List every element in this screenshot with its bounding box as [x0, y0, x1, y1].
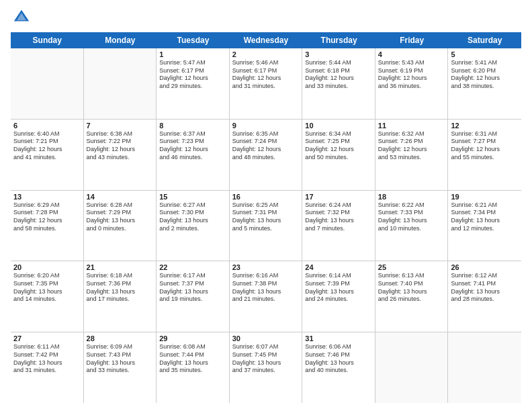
day-info: Sunrise: 6:16 AM Sunset: 7:38 PM Dayligh… [232, 272, 300, 304]
day-number: 22 [159, 263, 226, 271]
day-number: 4 [378, 50, 445, 58]
day-info: Sunrise: 5:46 AM Sunset: 6:17 PM Dayligh… [232, 59, 300, 91]
weekday-header: Saturday [448, 32, 521, 48]
day-info: Sunrise: 6:29 AM Sunset: 7:28 PM Dayligh… [13, 201, 81, 233]
calendar-cell [11, 48, 84, 119]
calendar-cell: 26Sunrise: 6:12 AM Sunset: 7:41 PM Dayli… [448, 261, 521, 332]
day-info: Sunrise: 5:43 AM Sunset: 6:19 PM Dayligh… [378, 59, 445, 91]
weekday-header: Wednesday [230, 32, 303, 48]
weekday-header: Monday [84, 32, 157, 48]
calendar-cell: 25Sunrise: 6:13 AM Sunset: 7:40 PM Dayli… [375, 261, 449, 332]
day-number: 30 [232, 334, 300, 342]
day-number: 24 [305, 263, 372, 271]
calendar-cell: 17Sunrise: 6:24 AM Sunset: 7:32 PM Dayli… [302, 191, 375, 261]
day-number: 14 [87, 193, 154, 201]
calendar-cell [84, 48, 157, 119]
day-info: Sunrise: 6:11 AM Sunset: 7:42 PM Dayligh… [13, 343, 81, 375]
calendar-row: 27Sunrise: 6:11 AM Sunset: 7:42 PM Dayli… [11, 332, 521, 403]
day-number: 19 [451, 193, 519, 201]
day-number: 20 [13, 263, 81, 271]
day-number: 15 [159, 193, 226, 201]
day-info: Sunrise: 6:14 AM Sunset: 7:39 PM Dayligh… [305, 272, 372, 304]
calendar-row: 13Sunrise: 6:29 AM Sunset: 7:28 PM Dayli… [11, 191, 521, 262]
day-number: 29 [159, 334, 226, 342]
calendar-cell: 13Sunrise: 6:29 AM Sunset: 7:28 PM Dayli… [11, 191, 84, 261]
calendar-cell: 3Sunrise: 5:44 AM Sunset: 6:18 PM Daylig… [302, 48, 375, 119]
weekday-header: Tuesday [157, 32, 230, 48]
day-info: Sunrise: 6:24 AM Sunset: 7:32 PM Dayligh… [305, 201, 372, 233]
day-number: 9 [232, 122, 300, 130]
day-number: 3 [305, 50, 372, 58]
calendar-cell: 27Sunrise: 6:11 AM Sunset: 7:42 PM Dayli… [11, 332, 84, 403]
weekday-header: Sunday [11, 32, 84, 48]
calendar: SundayMondayTuesdayWednesdayThursdayFrid… [11, 32, 521, 403]
day-number: 28 [87, 334, 154, 342]
day-info: Sunrise: 6:25 AM Sunset: 7:31 PM Dayligh… [232, 201, 300, 233]
calendar-cell: 12Sunrise: 6:31 AM Sunset: 7:27 PM Dayli… [448, 120, 521, 190]
calendar-cell: 31Sunrise: 6:06 AM Sunset: 7:46 PM Dayli… [302, 332, 375, 403]
calendar-cell: 24Sunrise: 6:14 AM Sunset: 7:39 PM Dayli… [302, 261, 375, 332]
day-number: 26 [451, 263, 519, 271]
day-number: 25 [378, 263, 445, 271]
header [11, 8, 521, 27]
calendar-cell: 20Sunrise: 6:20 AM Sunset: 7:35 PM Dayli… [11, 261, 84, 332]
day-number: 11 [378, 122, 445, 130]
calendar-cell: 29Sunrise: 6:08 AM Sunset: 7:44 PM Dayli… [157, 332, 230, 403]
calendar-row: 6Sunrise: 6:40 AM Sunset: 7:21 PM Daylig… [11, 120, 521, 191]
day-number: 17 [305, 193, 372, 201]
calendar-cell: 4Sunrise: 5:43 AM Sunset: 6:19 PM Daylig… [375, 48, 449, 119]
day-info: Sunrise: 6:12 AM Sunset: 7:41 PM Dayligh… [451, 272, 519, 304]
calendar-cell: 6Sunrise: 6:40 AM Sunset: 7:21 PM Daylig… [11, 120, 84, 190]
day-info: Sunrise: 6:32 AM Sunset: 7:26 PM Dayligh… [378, 130, 445, 162]
calendar-cell: 22Sunrise: 6:17 AM Sunset: 7:37 PM Dayli… [157, 261, 230, 332]
day-info: Sunrise: 6:27 AM Sunset: 7:30 PM Dayligh… [159, 201, 226, 233]
calendar-row: 20Sunrise: 6:20 AM Sunset: 7:35 PM Dayli… [11, 261, 521, 332]
calendar-cell: 18Sunrise: 6:22 AM Sunset: 7:33 PM Dayli… [375, 191, 449, 261]
day-number: 6 [13, 122, 81, 130]
day-number: 16 [232, 193, 300, 201]
day-info: Sunrise: 6:28 AM Sunset: 7:29 PM Dayligh… [87, 201, 154, 233]
calendar-row: 1Sunrise: 5:47 AM Sunset: 6:17 PM Daylig… [11, 48, 521, 120]
day-number: 1 [159, 50, 226, 58]
calendar-cell: 5Sunrise: 5:41 AM Sunset: 6:20 PM Daylig… [448, 48, 521, 119]
logo-icon [12, 8, 31, 27]
calendar-cell: 16Sunrise: 6:25 AM Sunset: 7:31 PM Dayli… [230, 191, 303, 261]
calendar-cell: 8Sunrise: 6:37 AM Sunset: 7:23 PM Daylig… [157, 120, 230, 190]
day-info: Sunrise: 6:38 AM Sunset: 7:22 PM Dayligh… [87, 130, 154, 162]
day-info: Sunrise: 6:18 AM Sunset: 7:36 PM Dayligh… [87, 272, 154, 304]
day-info: Sunrise: 5:47 AM Sunset: 6:17 PM Dayligh… [159, 59, 226, 91]
calendar-cell: 28Sunrise: 6:09 AM Sunset: 7:43 PM Dayli… [84, 332, 157, 403]
day-info: Sunrise: 5:44 AM Sunset: 6:18 PM Dayligh… [305, 59, 372, 91]
day-number: 10 [305, 122, 372, 130]
day-info: Sunrise: 6:35 AM Sunset: 7:24 PM Dayligh… [232, 130, 300, 162]
day-number: 31 [305, 334, 372, 342]
day-info: Sunrise: 6:22 AM Sunset: 7:33 PM Dayligh… [378, 201, 445, 233]
weekday-header: Thursday [302, 32, 375, 48]
calendar-cell: 2Sunrise: 5:46 AM Sunset: 6:17 PM Daylig… [230, 48, 303, 119]
calendar-cell: 14Sunrise: 6:28 AM Sunset: 7:29 PM Dayli… [84, 191, 157, 261]
day-info: Sunrise: 6:20 AM Sunset: 7:35 PM Dayligh… [13, 272, 81, 304]
calendar-cell: 15Sunrise: 6:27 AM Sunset: 7:30 PM Dayli… [157, 191, 230, 261]
day-number: 5 [451, 50, 519, 58]
calendar-cell: 1Sunrise: 5:47 AM Sunset: 6:17 PM Daylig… [157, 48, 230, 119]
day-number: 2 [232, 50, 300, 58]
calendar-cell: 10Sunrise: 6:34 AM Sunset: 7:25 PM Dayli… [302, 120, 375, 190]
day-info: Sunrise: 6:21 AM Sunset: 7:34 PM Dayligh… [451, 201, 519, 233]
calendar-cell: 23Sunrise: 6:16 AM Sunset: 7:38 PM Dayli… [230, 261, 303, 332]
logo-area [11, 8, 31, 27]
day-info: Sunrise: 6:07 AM Sunset: 7:45 PM Dayligh… [232, 343, 300, 375]
day-number: 27 [13, 334, 81, 342]
day-number: 13 [13, 193, 81, 201]
calendar-header: SundayMondayTuesdayWednesdayThursdayFrid… [11, 32, 521, 48]
calendar-cell: 11Sunrise: 6:32 AM Sunset: 7:26 PM Dayli… [375, 120, 449, 190]
day-info: Sunrise: 5:41 AM Sunset: 6:20 PM Dayligh… [451, 59, 519, 91]
calendar-cell [375, 332, 449, 403]
calendar-cell [448, 332, 521, 403]
calendar-cell: 19Sunrise: 6:21 AM Sunset: 7:34 PM Dayli… [448, 191, 521, 261]
calendar-cell: 21Sunrise: 6:18 AM Sunset: 7:36 PM Dayli… [84, 261, 157, 332]
day-number: 18 [378, 193, 445, 201]
calendar-body: 1Sunrise: 5:47 AM Sunset: 6:17 PM Daylig… [11, 48, 521, 403]
day-info: Sunrise: 6:40 AM Sunset: 7:21 PM Dayligh… [13, 130, 81, 162]
day-info: Sunrise: 6:06 AM Sunset: 7:46 PM Dayligh… [305, 343, 372, 375]
day-info: Sunrise: 6:31 AM Sunset: 7:27 PM Dayligh… [451, 130, 519, 162]
